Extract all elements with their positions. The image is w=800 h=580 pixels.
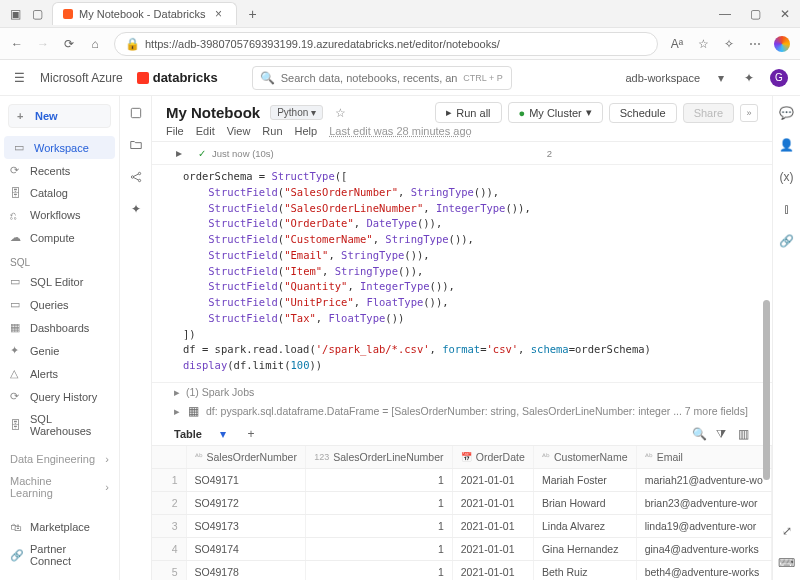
table-row[interactable]: 3SO4917312021-01-01Linda Alvarezlinda19@… xyxy=(152,514,772,537)
home-icon[interactable]: ⌂ xyxy=(88,37,102,51)
language-chip[interactable]: Python▾ xyxy=(270,105,323,120)
menu-edit[interactable]: Edit xyxy=(196,125,215,137)
cell-status-bar: ▸ ✓ Just now (10s) 2 xyxy=(152,142,772,165)
tabs-icon[interactable]: ▢ xyxy=(30,7,44,21)
filter-icon[interactable]: ⧩ xyxy=(714,427,728,441)
sidebar-item-queries[interactable]: ▭Queries xyxy=(0,293,119,316)
tab-table[interactable]: Table xyxy=(174,428,202,440)
sidebar-item-workflows[interactable]: ⎌Workflows xyxy=(0,204,119,226)
type-icon: ᴬᵇ xyxy=(195,452,203,462)
global-search[interactable]: 🔍 CTRL + P xyxy=(252,66,512,90)
table-row[interactable]: 2SO4917212021-01-01Brian Howardbrian23@a… xyxy=(152,491,772,514)
hamburger-icon[interactable]: ☰ xyxy=(12,71,26,85)
scrollbar-thumb[interactable] xyxy=(763,300,770,480)
chevron-down-icon[interactable]: ▾ xyxy=(216,427,230,441)
extensions-icon[interactable]: ✧ xyxy=(722,37,736,51)
menu-help[interactable]: Help xyxy=(295,125,318,137)
sparkle-icon[interactable]: ✦ xyxy=(129,202,143,216)
schedule-button[interactable]: Schedule xyxy=(609,103,677,123)
section-data-engineering[interactable]: Data Engineering› xyxy=(0,448,119,470)
search-shortcut: CTRL + P xyxy=(463,73,502,83)
sidebar-item-workspace[interactable]: ▭Workspace xyxy=(4,136,115,159)
sidebar-item-marketplace[interactable]: 🛍Marketplace xyxy=(0,516,119,538)
sidebar-item-compute[interactable]: ☁Compute xyxy=(0,226,119,249)
nav-icon: 🔗 xyxy=(10,549,22,562)
assistant-icon[interactable]: ✦ xyxy=(742,71,756,85)
output-tabs: Table ▾ + 🔍 ⧩ ▥ xyxy=(152,421,772,445)
sidebar-item-sql-editor[interactable]: ▭SQL Editor xyxy=(0,270,119,293)
nav-icon: 🗄 xyxy=(10,187,22,199)
minimize-icon[interactable]: — xyxy=(718,7,732,21)
share-button[interactable]: Share xyxy=(683,103,734,123)
url-input[interactable]: 🔒 https://adb-3980705769393199.19.azured… xyxy=(114,32,658,56)
collapse-panel-button[interactable]: » xyxy=(740,104,758,122)
table-row[interactable]: 4SO4917412021-01-01Gina Hernandezgina4@a… xyxy=(152,537,772,560)
output-table-wrap[interactable]: ᴬᵇSalesOrderNumber123SalesOrderLineNumbe… xyxy=(152,445,772,580)
run-all-button[interactable]: ▸Run all xyxy=(435,102,501,123)
forward-icon[interactable]: → xyxy=(36,37,50,51)
column-header[interactable]: ᴬᵇCustomerName xyxy=(533,446,636,469)
column-header[interactable]: 123SalesOrderLineNumber xyxy=(306,446,453,469)
spark-jobs-toggle[interactable]: ▸ (1) Spark Jobs xyxy=(152,382,772,401)
avatar[interactable]: G xyxy=(770,69,788,87)
link-icon[interactable]: 🔗 xyxy=(780,234,794,248)
back-icon[interactable]: ← xyxy=(10,37,24,51)
keyboard-icon[interactable]: ⌨ xyxy=(780,556,794,570)
column-header[interactable]: 📅OrderDate xyxy=(452,446,533,469)
favorite-icon[interactable]: ☆ xyxy=(696,37,710,51)
left-nav: + New ▭Workspace⟳Recents🗄Catalog⎌Workflo… xyxy=(0,96,120,580)
cluster-selector[interactable]: ●My Cluster▾ xyxy=(508,102,603,123)
add-tab-icon[interactable]: + xyxy=(244,427,258,441)
column-header[interactable]: ᴬᵇSalesOrderNumber xyxy=(186,446,306,469)
chevron-down-icon[interactable]: ▾ xyxy=(714,71,728,85)
cell-status-text: Just now (10s) xyxy=(212,148,274,159)
search-table-icon[interactable]: 🔍 xyxy=(692,427,706,441)
table-row[interactable]: 1SO4917112021-01-01Mariah Fostermariah21… xyxy=(152,468,772,491)
table-row[interactable]: 5SO4917812021-01-01Beth Ruizbeth4@advent… xyxy=(152,560,772,580)
columns-icon[interactable]: ▥ xyxy=(736,427,750,441)
sidebar-item-partner-connect[interactable]: 🔗Partner Connect xyxy=(0,538,119,572)
browser-tab[interactable]: My Notebook - Databricks × xyxy=(52,2,237,25)
chart-icon[interactable]: ⫿ xyxy=(780,202,794,216)
sidebar-item-sql-warehouses[interactable]: 🗄SQL Warehouses xyxy=(0,408,119,442)
last-edit-label[interactable]: Last edit was 28 minutes ago xyxy=(329,125,471,137)
folder-icon[interactable] xyxy=(129,138,143,152)
user-icon[interactable]: 👤 xyxy=(780,138,794,152)
menu-run[interactable]: Run xyxy=(262,125,282,137)
more-icon[interactable]: ⋯ xyxy=(748,37,762,51)
code-cell[interactable]: orderSchema = StructType([ StructField("… xyxy=(152,165,772,382)
close-icon[interactable]: × xyxy=(212,7,226,21)
new-tab-button[interactable]: + xyxy=(243,6,263,22)
menu-view[interactable]: View xyxy=(227,125,251,137)
copilot-icon[interactable] xyxy=(774,36,790,52)
sidebar-item-genie[interactable]: ✦Genie xyxy=(0,339,119,362)
chat-icon[interactable]: 💬 xyxy=(780,106,794,120)
search-input[interactable] xyxy=(281,72,458,84)
maximize-icon[interactable]: ▢ xyxy=(748,7,762,21)
star-icon[interactable]: ☆ xyxy=(333,106,347,120)
refresh-icon[interactable]: ⟳ xyxy=(62,37,76,51)
file-icon[interactable] xyxy=(129,106,143,120)
nav-icon: ▭ xyxy=(10,298,22,311)
panel-icon[interactable]: ▣ xyxy=(8,7,22,21)
notebook-title[interactable]: My Notebook xyxy=(166,104,260,121)
new-button[interactable]: + New xyxy=(8,104,111,128)
variable-icon[interactable]: (x) xyxy=(780,170,794,184)
column-header[interactable]: ᴬᵇEmail xyxy=(636,446,771,469)
sidebar-item-query-history[interactable]: ⟳Query History xyxy=(0,385,119,408)
expand-icon[interactable]: ⤢ xyxy=(780,524,794,538)
sidebar-item-dashboards[interactable]: ▦Dashboards xyxy=(0,316,119,339)
brand[interactable]: databricks xyxy=(137,70,218,85)
sidebar-item-recents[interactable]: ⟳Recents xyxy=(0,159,119,182)
reader-icon[interactable]: Aª xyxy=(670,37,684,51)
run-cell-button[interactable]: ▸ xyxy=(172,146,186,160)
sidebar-item-alerts[interactable]: △Alerts xyxy=(0,362,119,385)
sidebar-item-catalog[interactable]: 🗄Catalog xyxy=(0,182,119,204)
nav-icon: 🛍 xyxy=(10,521,22,533)
share-icon[interactable] xyxy=(129,170,143,184)
section-machine-learning[interactable]: Machine Learning› xyxy=(0,470,119,504)
menu-file[interactable]: File xyxy=(166,125,184,137)
close-window-icon[interactable]: ✕ xyxy=(778,7,792,21)
workspace-switcher[interactable]: adb-workspace xyxy=(625,72,700,84)
dataframe-info[interactable]: ▸ ▦ df: pyspark.sql.dataframe.DataFrame … xyxy=(152,401,772,421)
